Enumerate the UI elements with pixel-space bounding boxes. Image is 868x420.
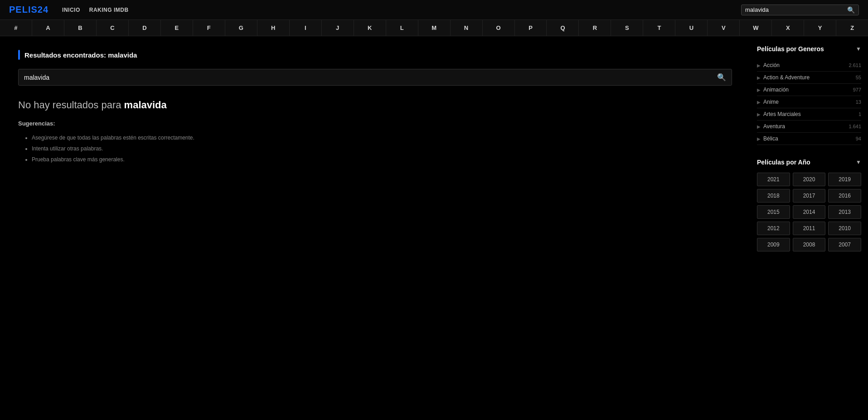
alpha-btn-f[interactable]: F [193,20,225,36]
year-btn-2013[interactable]: 2013 [828,205,861,219]
year-btn-2017[interactable]: 2017 [793,189,826,203]
genre-item[interactable]: ▶ Anime 13 [757,96,861,108]
years-header: Películas por Año ▼ [757,159,861,166]
header: PELIS24 INICIORAKING IMDB 🔍 [0,0,868,20]
alpha-btn-z[interactable]: Z [836,20,868,36]
genre-name: Bélica [763,135,778,142]
alpha-btn-#[interactable]: # [0,20,32,36]
results-bar-accent [18,50,20,60]
alpha-btn-h[interactable]: H [257,20,290,36]
genre-count: 55 [856,75,861,80]
year-btn-2019[interactable]: 2019 [828,173,861,186]
alpha-btn-i[interactable]: I [290,20,322,36]
year-btn-2010[interactable]: 2010 [828,222,861,235]
alpha-bar: #ABCDEFGHIJKLMNOPQRSTUVWXYZ [0,20,868,36]
alpha-btn-g[interactable]: G [225,20,257,36]
genre-name: Artes Marciales [763,111,801,117]
year-btn-2012[interactable]: 2012 [757,222,790,235]
genre-item[interactable]: ▶ Action & Adventure 55 [757,72,861,84]
genre-arrow-icon: ▶ [757,63,761,68]
genre-count: 1 [858,111,861,117]
alpha-btn-q[interactable]: Q [547,20,579,36]
alpha-btn-u[interactable]: U [675,20,708,36]
year-btn-2020[interactable]: 2020 [793,173,826,186]
alpha-btn-k[interactable]: K [354,20,386,36]
alpha-btn-e[interactable]: E [161,20,193,36]
site-logo[interactable]: PELIS24 [9,5,48,15]
genres-header: Películas por Generos ▼ [757,45,861,53]
genre-item[interactable]: ▶ Artes Marciales 1 [757,108,861,121]
search-icon[interactable]: 🔍 [717,73,726,82]
genre-item[interactable]: ▶ Aventura 1.641 [757,121,861,133]
genre-arrow-icon: ▶ [757,112,761,117]
years-section: Películas por Año ▼ 20212020201920182017… [757,159,861,251]
suggestion-item: Asegúrese de que todas las palabras esté… [32,132,732,143]
genre-arrow-icon: ▶ [757,124,761,129]
alpha-btn-l[interactable]: L [386,20,418,36]
year-btn-2011[interactable]: 2011 [793,222,826,235]
year-btn-2014[interactable]: 2014 [793,205,826,219]
alpha-btn-b[interactable]: B [64,20,97,36]
genre-name: Action & Adventure [763,74,810,81]
genre-arrow-icon: ▶ [757,100,761,105]
genres-section: Películas por Generos ▼ ▶ Acción 2.611 ▶… [757,45,861,145]
alpha-btn-s[interactable]: S [611,20,643,36]
genres-list: ▶ Acción 2.611 ▶ Action & Adventure 55 ▶… [757,59,861,145]
genres-title: Películas por Generos [757,45,824,53]
alpha-btn-m[interactable]: M [418,20,451,36]
nav-item-inicio[interactable]: INICIO [62,7,80,13]
results-prefix: Resultados encontrados: [24,51,108,59]
results-title: Resultados encontrados: malavida [24,51,137,59]
genre-item[interactable]: ▶ Acción 2.611 [757,59,861,72]
years-chevron-icon[interactable]: ▼ [856,159,861,165]
genre-count: 977 [853,87,861,92]
genre-arrow-icon: ▶ [757,75,761,80]
content-search-box[interactable]: 🔍 [18,69,732,86]
alpha-btn-d[interactable]: D [129,20,161,36]
genre-count: 13 [856,99,861,105]
alpha-btn-w[interactable]: W [740,20,772,36]
results-keyword: malavida [108,51,137,59]
alpha-btn-j[interactable]: J [322,20,354,36]
alpha-btn-a[interactable]: A [32,20,64,36]
year-btn-2008[interactable]: 2008 [793,238,826,251]
year-btn-2007[interactable]: 2007 [828,238,861,251]
alpha-btn-t[interactable]: T [643,20,675,36]
year-btn-2021[interactable]: 2021 [757,173,790,186]
alpha-btn-v[interactable]: V [708,20,740,36]
year-btn-2015[interactable]: 2015 [757,205,790,219]
alpha-btn-x[interactable]: X [772,20,804,36]
years-title: Películas por Año [757,159,810,166]
header-search-input[interactable] [745,6,847,13]
genres-chevron-icon[interactable]: ▼ [856,46,861,52]
results-header: Resultados encontrados: malavida [18,50,732,60]
genre-item[interactable]: ▶ Bélica 94 [757,133,861,145]
content-search-input[interactable] [24,74,717,81]
genre-name: Acción [763,62,780,68]
genre-count: 1.641 [849,124,861,129]
suggestion-item: Intenta utilizar otras palabras. [32,143,732,154]
main-layout: Resultados encontrados: malavida 🔍 No ha… [0,36,868,274]
sidebar: Películas por Generos ▼ ▶ Acción 2.611 ▶… [750,36,868,274]
alpha-btn-c[interactable]: C [97,20,129,36]
no-results-message: No hay resultados para malavida [18,99,732,111]
search-icon[interactable]: 🔍 [847,6,855,14]
main-nav: INICIORAKING IMDB [62,7,129,13]
genre-arrow-icon: ▶ [757,87,761,92]
genre-arrow-icon: ▶ [757,136,761,141]
suggestion-item: Prueba palabras clave más generales. [32,154,732,165]
header-search-box[interactable]: 🔍 [741,5,859,15]
alpha-btn-n[interactable]: N [451,20,483,36]
alpha-btn-o[interactable]: O [483,20,515,36]
alpha-btn-y[interactable]: Y [804,20,836,36]
genre-name: Anime [763,99,779,105]
alpha-btn-p[interactable]: P [515,20,547,36]
year-btn-2018[interactable]: 2018 [757,189,790,203]
year-btn-2016[interactable]: 2016 [828,189,861,203]
genre-item[interactable]: ▶ Animación 977 [757,84,861,96]
year-btn-2009[interactable]: 2009 [757,238,790,251]
genre-count: 94 [856,136,861,141]
alpha-btn-r[interactable]: R [579,20,611,36]
nav-item-raking[interactable]: RAKING IMDB [89,7,129,13]
content-area: Resultados encontrados: malavida 🔍 No ha… [0,36,750,179]
